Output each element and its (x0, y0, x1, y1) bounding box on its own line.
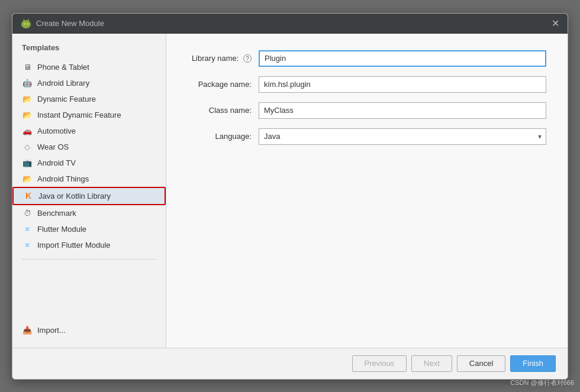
package-name-row: Package name: (188, 76, 546, 93)
close-button[interactable]: ✕ (552, 19, 559, 28)
android-icon (21, 18, 31, 29)
sidebar-item-benchmark[interactable]: ⏱ Benchmark (12, 205, 166, 221)
next-button[interactable]: Next (411, 355, 452, 372)
sidebar-item-label: Java or Kotlin Library (38, 192, 111, 200)
sidebar-item-android-library[interactable]: 🤖 Android Library (12, 75, 166, 91)
sidebar-item-label: Instant Dynamic Feature (37, 111, 121, 119)
sidebar-item-label: Dynamic Feature (37, 95, 96, 103)
class-name-input[interactable] (259, 102, 546, 119)
language-select-wrapper: Java Kotlin ▾ (259, 128, 546, 145)
phone-icon: 🖥 (22, 63, 33, 71)
tv-icon: 📺 (22, 158, 33, 167)
svg-line-5 (28, 20, 28, 21)
package-name-label: Package name: (188, 80, 259, 89)
sidebar-divider (22, 259, 156, 260)
sidebar-item-dynamic-feature[interactable]: 📂 Dynamic Feature (12, 91, 166, 107)
language-row: Language: Java Kotlin ▾ (188, 128, 546, 145)
watermark: CSDN @修行者对666 (510, 378, 574, 387)
sidebar-item-label: Android Things (37, 174, 89, 183)
sidebar-item-android-things[interactable]: 📂 Android Things (12, 171, 166, 187)
automotive-icon: 🚗 (22, 127, 33, 135)
wearos-icon: ◇ (22, 142, 33, 151)
sidebar-item-label: Wear OS (37, 142, 69, 151)
svg-rect-1 (23, 24, 29, 28)
library-name-row: Library name: ? (188, 50, 546, 67)
sidebar-item-wear-os[interactable]: ◇ Wear OS (12, 139, 166, 155)
sidebar-item-label: Android Library (37, 79, 89, 88)
sidebar-item-label: Phone & Tablet (37, 63, 89, 72)
dialog-body: Templates 🖥 Phone & Tablet 🤖 Android Lib… (12, 34, 568, 348)
library-name-label: Library name: ? (188, 54, 259, 63)
sidebar-item-label: Flutter Module (37, 225, 86, 234)
title-bar: Create New Module ✕ (12, 14, 568, 34)
previous-button[interactable]: Previous (352, 355, 407, 372)
sidebar-title: Templates (12, 43, 166, 59)
cancel-button[interactable]: Cancel (457, 355, 505, 372)
svg-line-4 (24, 20, 24, 21)
import-flutter-icon: ≡ (22, 241, 33, 249)
sidebar-item-import-flutter-module[interactable]: ≡ Import Flutter Module (12, 237, 166, 253)
sidebar-item-instant-dynamic-feature[interactable]: 📂 Instant Dynamic Feature (12, 107, 166, 123)
things-icon: 📂 (22, 174, 33, 183)
package-name-input[interactable] (259, 76, 546, 93)
sidebar-import-button[interactable]: 📥 Import... (12, 322, 166, 338)
title-bar-left: Create New Module (21, 18, 104, 29)
library-name-input[interactable] (259, 50, 546, 67)
sidebar-item-android-tv[interactable]: 📺 Android TV (12, 155, 166, 171)
dialog-title: Create New Module (36, 19, 104, 28)
flutter-icon: ≡ (22, 225, 33, 233)
library-name-help-icon[interactable]: ? (243, 54, 252, 63)
sidebar-item-label: Benchmark (37, 209, 76, 218)
instant-icon: 📂 (22, 111, 33, 119)
sidebar-item-flutter-module[interactable]: ≡ Flutter Module (12, 221, 166, 237)
sidebar-item-phone-tablet[interactable]: 🖥 Phone & Tablet (12, 59, 166, 75)
sidebar-item-automotive[interactable]: 🚗 Automotive (12, 123, 166, 139)
language-label: Language: (188, 132, 259, 141)
finish-button[interactable]: Finish (510, 355, 556, 372)
language-select[interactable]: Java Kotlin (259, 128, 546, 145)
main-content: Library name: ? Package name: Class name… (166, 34, 568, 348)
import-label: Import... (37, 326, 66, 335)
create-new-module-dialog: Create New Module ✕ Templates 🖥 Phone & … (12, 13, 568, 380)
sidebar-item-java-kotlin-library[interactable]: K Java or Kotlin Library (12, 187, 166, 205)
sidebar-item-label: Import Flutter Module (37, 241, 111, 250)
dialog-footer: Previous Next Cancel Finish (12, 348, 568, 379)
class-name-row: Class name: (188, 102, 546, 119)
benchmark-icon: ⏱ (22, 209, 33, 217)
import-icon: 📥 (22, 326, 33, 334)
svg-point-2 (24, 23, 25, 24)
android-lib-icon: 🤖 (22, 79, 33, 87)
kotlin-icon: K (23, 192, 34, 200)
svg-point-3 (27, 23, 28, 24)
sidebar-item-label: Automotive (37, 127, 76, 135)
class-name-label: Class name: (188, 106, 259, 115)
dynamic-icon: 📂 (22, 95, 33, 103)
sidebar-item-label: Android TV (37, 158, 76, 167)
sidebar: Templates 🖥 Phone & Tablet 🤖 Android Lib… (12, 34, 166, 348)
